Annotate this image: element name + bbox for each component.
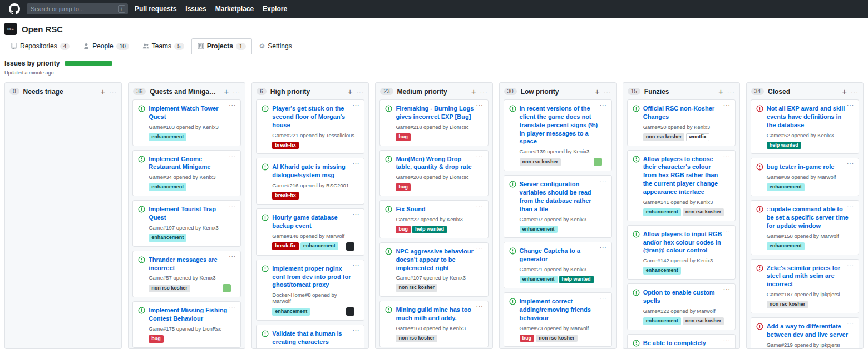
- column-menu-button[interactable]: ···: [604, 88, 611, 95]
- issue-card[interactable]: ··· ::update command able to be set a sp…: [751, 200, 859, 255]
- issue-card[interactable]: ··· Official RSC non-Kosher Changes Game…: [627, 99, 736, 146]
- card-title[interactable]: Implement Missing Fishing Contest Behavi…: [149, 306, 231, 323]
- card-menu-button[interactable]: ···: [229, 203, 236, 209]
- add-card-button[interactable]: +: [595, 87, 600, 96]
- card-title[interactable]: ::update command able to be set a specif…: [767, 205, 849, 230]
- tab-people[interactable]: People 10: [77, 38, 135, 54]
- card-menu-button[interactable]: ···: [847, 262, 854, 268]
- issue-card[interactable]: ··· Al Kharid gate is missing dialogue/s…: [256, 158, 364, 205]
- card-title[interactable]: Implement proper nginx conf from dev int…: [272, 265, 354, 290]
- card-menu-button[interactable]: ···: [476, 203, 484, 209]
- column-menu-button[interactable]: ···: [851, 88, 859, 95]
- add-card-button[interactable]: +: [224, 87, 229, 96]
- card-title[interactable]: Official RSC non-Kosher Changes: [643, 104, 726, 121]
- issue-card[interactable]: ··· Implement Watch Tower Quest Game#183…: [132, 99, 241, 146]
- card-menu-button[interactable]: ···: [847, 102, 854, 108]
- card-title[interactable]: Hourly game database backup event: [272, 213, 354, 230]
- card-menu-button[interactable]: ···: [600, 245, 607, 251]
- card-title[interactable]: Player's get stuck on the second floor o…: [272, 104, 354, 129]
- issue-card[interactable]: ··· Hourly game database backup event Ga…: [256, 208, 364, 256]
- card-title[interactable]: Mining guild mine has too much mith and …: [396, 306, 478, 322]
- add-card-button[interactable]: +: [100, 87, 105, 96]
- issue-card[interactable]: ··· Validate that a human is creating ch…: [256, 325, 364, 348]
- card-menu-button[interactable]: ···: [352, 102, 359, 108]
- card-menu-button[interactable]: ···: [600, 295, 607, 301]
- search-input[interactable]: [29, 5, 116, 13]
- card-title[interactable]: bug tester in-game role: [767, 163, 849, 171]
- nav-issues[interactable]: Issues: [185, 5, 206, 13]
- issue-card[interactable]: ··· bug tester in-game role Game#89 open…: [751, 158, 859, 196]
- card-menu-button[interactable]: ···: [847, 320, 854, 326]
- card-menu-button[interactable]: ···: [476, 303, 484, 310]
- card-title[interactable]: Validate that a human is creating charac…: [272, 330, 354, 346]
- card-menu-button[interactable]: ···: [229, 304, 236, 310]
- card-menu-button[interactable]: ···: [847, 161, 854, 167]
- tab-teams[interactable]: Teams 5: [136, 38, 190, 54]
- column-menu-button[interactable]: ···: [727, 88, 735, 95]
- card-title[interactable]: Be able to completely disable lottery th…: [643, 339, 726, 348]
- card-title[interactable]: Allow players to choose their character'…: [643, 155, 726, 196]
- card-menu-button[interactable]: ···: [600, 178, 607, 184]
- issue-card[interactable]: ··· Allow players to input RGB and/or he…: [627, 225, 736, 280]
- card-menu-button[interactable]: ···: [723, 153, 731, 159]
- org-avatar[interactable]: RSC: [4, 23, 17, 35]
- column-menu-button[interactable]: ···: [480, 88, 488, 95]
- project-title[interactable]: Issues by priority: [4, 59, 60, 67]
- nav-pull-requests[interactable]: Pull requests: [135, 5, 176, 13]
- card-title[interactable]: Server configuration variables should be…: [520, 180, 602, 213]
- tab-projects[interactable]: Projects 1: [191, 38, 252, 54]
- issue-card[interactable]: ··· Implement Gnome Restaurant Minigame …: [132, 150, 241, 197]
- issue-card[interactable]: ··· Implement proper nginx conf from dev…: [256, 260, 364, 321]
- card-title[interactable]: Thrander messages are incorrect: [149, 256, 231, 272]
- issue-card[interactable]: ··· Change Captcha to a generator Game#2…: [504, 242, 612, 288]
- issue-card[interactable]: ··· NPC aggressive behaviour doesn't app…: [379, 242, 488, 297]
- card-menu-button[interactable]: ···: [352, 327, 359, 333]
- column-menu-button[interactable]: ···: [233, 88, 240, 95]
- card-title[interactable]: Not all EXP award and skill events have …: [767, 104, 849, 129]
- issue-card[interactable]: ··· Option to enable custom spells Game#…: [627, 283, 736, 330]
- issue-card[interactable]: ··· Be able to completely disable lotter…: [627, 334, 736, 348]
- card-title[interactable]: Fix Sound: [396, 205, 478, 213]
- card-menu-button[interactable]: ···: [229, 253, 236, 260]
- issue-card[interactable]: ··· Man(Men) Wrong Drop table, quantity …: [379, 150, 488, 197]
- issue-card[interactable]: ··· Allow players to choose their charac…: [627, 150, 736, 221]
- add-card-button[interactable]: +: [718, 87, 723, 96]
- card-title[interactable]: In recent versions of the client the gam…: [520, 104, 602, 146]
- add-card-button[interactable]: +: [842, 87, 847, 96]
- card-menu-button[interactable]: ···: [476, 153, 484, 159]
- github-logo-icon[interactable]: [9, 3, 20, 14]
- issue-card[interactable]: ··· Not all EXP award and skill events h…: [751, 99, 859, 154]
- tab-settings[interactable]: ⚙ Settings: [253, 38, 298, 54]
- card-title[interactable]: NPC aggressive behaviour doesn't appear …: [396, 247, 478, 272]
- card-title[interactable]: Option to enable custom spells: [643, 288, 726, 305]
- card-menu-button[interactable]: ···: [229, 102, 236, 108]
- issue-card[interactable]: ··· Zeke's scimitar prices for steel and…: [751, 259, 859, 313]
- card-title[interactable]: Implement Watch Tower Quest: [149, 104, 231, 121]
- card-title[interactable]: Allow players to input RGB and/or hex co…: [643, 230, 726, 255]
- nav-marketplace[interactable]: Marketplace: [215, 5, 254, 13]
- issue-card[interactable]: ··· Implement Missing Fishing Contest Be…: [132, 301, 241, 348]
- add-card-button[interactable]: +: [471, 87, 476, 96]
- org-name[interactable]: Open RSC: [22, 24, 63, 34]
- issue-card[interactable]: ··· Fix Sound Game#22 opened by Kenix3 b…: [379, 200, 488, 238]
- card-menu-button[interactable]: ···: [847, 203, 854, 209]
- card-title[interactable]: Firemaking - Burning Logs gives incorrec…: [396, 104, 478, 121]
- card-title[interactable]: Add a way to differentiate between dev a…: [767, 322, 849, 339]
- issue-card[interactable]: ··· Implement Tourist Trap Quest Game#19…: [132, 200, 241, 247]
- nav-explore[interactable]: Explore: [263, 5, 287, 13]
- card-title[interactable]: Man(Men) Wrong Drop table, quantity & dr…: [396, 155, 478, 172]
- issue-card[interactable]: ··· Implement correct adding/removing fr…: [504, 292, 612, 347]
- card-menu-button[interactable]: ···: [723, 102, 731, 108]
- card-menu-button[interactable]: ···: [476, 102, 484, 108]
- tab-repositories[interactable]: Repositories 4: [4, 38, 76, 54]
- card-title[interactable]: Al Kharid gate is missing dialogue/syste…: [272, 163, 354, 180]
- issue-card[interactable]: ··· In recent versions of the client the…: [504, 99, 612, 171]
- card-menu-button[interactable]: ···: [476, 245, 484, 251]
- card-menu-button[interactable]: ···: [352, 262, 359, 268]
- card-title[interactable]: Change Captcha to a generator: [520, 247, 602, 263]
- card-menu-button[interactable]: ···: [600, 102, 607, 108]
- column-menu-button[interactable]: ···: [356, 88, 364, 95]
- card-menu-button[interactable]: ···: [229, 153, 236, 159]
- card-title[interactable]: Implement correct adding/removing friend…: [520, 297, 602, 322]
- issue-card[interactable]: ··· Thrander messages are incorrect Game…: [132, 251, 241, 298]
